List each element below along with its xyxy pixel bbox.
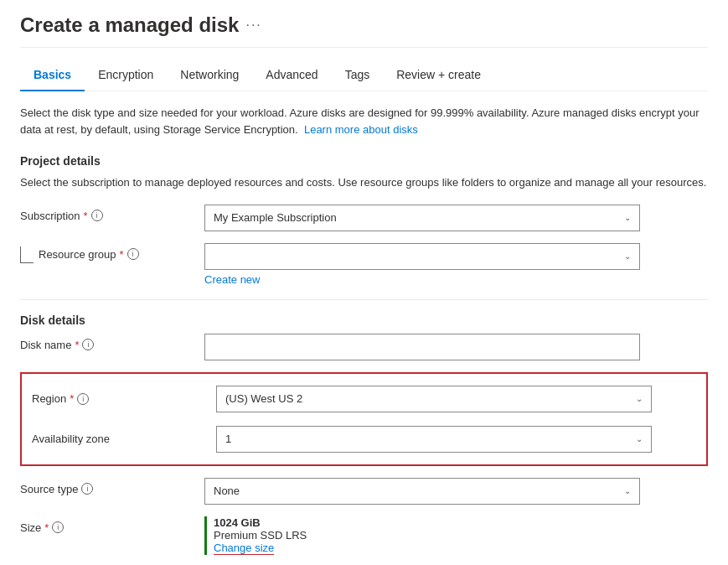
project-details-section: Project details Select the subscription … — [20, 154, 708, 555]
size-info-icon[interactable]: i — [52, 521, 64, 533]
learn-more-link[interactable]: Learn more about disks — [304, 123, 418, 136]
project-details-desc: Select the subscription to manage deploy… — [20, 174, 708, 191]
tab-networking[interactable]: Networking — [167, 61, 252, 91]
region-dropdown[interactable]: (US) West US 2 ⌄ — [216, 386, 652, 412]
source-type-label: Source type i — [20, 483, 191, 495]
change-size-link[interactable]: Change size — [214, 542, 274, 555]
disk-details-title: Disk details — [20, 314, 708, 327]
size-required: * — [44, 521, 49, 534]
subscription-label: Subscription * i — [20, 210, 191, 222]
availability-zone-dropdown[interactable]: 1 ⌄ — [216, 426, 652, 453]
disk-name-row: Disk name * i — [20, 334, 708, 360]
disk-name-label: Disk name * i — [20, 339, 191, 351]
subscription-value: My Example Subscription — [214, 211, 337, 224]
source-type-value: None — [214, 485, 240, 497]
region-row: Region * i (US) West US 2 ⌄ — [32, 382, 696, 416]
availability-zone-chevron-icon: ⌄ — [636, 434, 643, 443]
subscription-dropdown[interactable]: My Example Subscription ⌄ — [204, 205, 640, 231]
size-row: Size * i 1024 GiB Premium SSD LRS Change… — [20, 516, 708, 555]
region-required: * — [70, 392, 74, 405]
disk-name-input[interactable] — [204, 334, 640, 360]
create-new-link[interactable]: Create new — [204, 273, 260, 286]
subscription-chevron-icon: ⌄ — [624, 213, 631, 222]
resource-group-info-icon[interactable]: i — [127, 248, 139, 260]
region-label: Region * i — [32, 392, 203, 405]
size-value: 1024 GiB — [214, 516, 708, 529]
resource-group-label: Resource group * i — [39, 248, 139, 261]
availability-zone-row: Availability zone 1 ⌄ — [32, 422, 696, 456]
availability-zone-label: Availability zone — [32, 433, 203, 445]
source-type-dropdown[interactable]: None ⌄ — [204, 478, 640, 505]
section-divider-1 — [20, 299, 708, 300]
project-details-title: Project details — [20, 154, 708, 168]
source-type-row: Source type i None ⌄ — [20, 478, 708, 505]
resource-group-dropdown[interactable]: ⌄ — [204, 243, 640, 270]
resource-group-chevron-icon: ⌄ — [624, 251, 631, 261]
page-header: Create a managed disk ··· — [20, 13, 708, 48]
header-ellipsis[interactable]: ··· — [245, 18, 261, 33]
subscription-required: * — [84, 210, 88, 222]
tab-basics[interactable]: Basics — [20, 61, 85, 91]
size-display: 1024 GiB Premium SSD LRS Change size — [204, 516, 708, 555]
resource-group-required: * — [120, 248, 124, 261]
source-type-chevron-icon: ⌄ — [624, 486, 631, 495]
tab-review-create[interactable]: Review + create — [383, 61, 494, 91]
tabs-nav: Basics Encryption Networking Advanced Ta… — [20, 61, 708, 91]
page-title: Create a managed disk — [20, 13, 239, 37]
region-info-icon[interactable]: i — [77, 393, 89, 405]
resource-group-row: Resource group * i ⌄ Create new — [20, 243, 708, 286]
disk-name-required: * — [75, 339, 79, 351]
subscription-row: Subscription * i My Example Subscription… — [20, 205, 708, 231]
source-type-info-icon[interactable]: i — [81, 483, 93, 495]
indent-line — [20, 246, 34, 263]
availability-zone-value: 1 — [225, 433, 231, 445]
region-value: (US) West US 2 — [225, 392, 302, 405]
tab-tags[interactable]: Tags — [332, 61, 384, 91]
size-subtext: Premium SSD LRS — [214, 529, 708, 542]
size-label: Size * i — [20, 521, 191, 534]
region-chevron-icon: ⌄ — [636, 394, 643, 403]
description-text: Select the disk type and size needed for… — [20, 105, 708, 137]
region-highlight-box: Region * i (US) West US 2 ⌄ — [20, 372, 708, 466]
subscription-info-icon[interactable]: i — [91, 210, 103, 221]
disk-name-info-icon[interactable]: i — [82, 339, 94, 350]
tab-encryption[interactable]: Encryption — [85, 61, 167, 91]
tab-advanced[interactable]: Advanced — [252, 61, 331, 91]
